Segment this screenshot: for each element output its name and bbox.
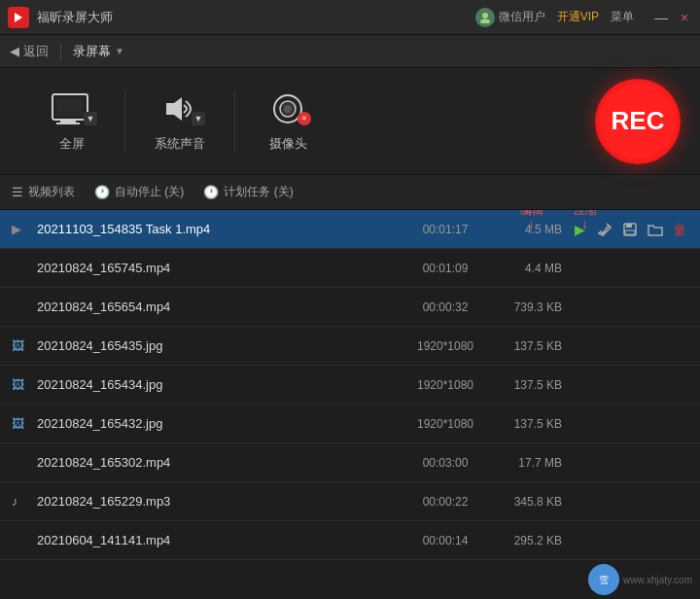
save-button[interactable] xyxy=(621,219,639,240)
watermark-text: www.xhjaty.com xyxy=(623,575,692,585)
table-row[interactable]: ♪ 20210824_165229.mp3 00:00:22 345.8 KB xyxy=(0,482,700,521)
svg-rect-6 xyxy=(56,123,80,124)
file-duration: 00:03:00 xyxy=(406,456,484,470)
audio-control[interactable]: ▼ 系统声音 xyxy=(125,90,235,153)
watermark-icon: 雪 xyxy=(588,564,619,595)
menu-button[interactable]: 菜单 xyxy=(611,9,634,25)
schedule-icon: 🕐 xyxy=(203,185,219,199)
audio-label: 系统声音 xyxy=(155,135,205,153)
rec-label: REC xyxy=(612,106,665,136)
vip-button[interactable]: 开通VIP xyxy=(557,9,599,25)
file-size: 345.8 KB xyxy=(484,495,562,509)
table-row[interactable]: 🖼 20210824_165435.jpg 1920*1080 137.5 KB xyxy=(0,327,700,366)
file-name: 20210824_165432.jpg xyxy=(37,416,406,431)
svg-marker-7 xyxy=(166,97,182,121)
screenrecord-button[interactable]: 录屏幕 ▼ xyxy=(73,43,124,60)
nav-divider xyxy=(60,43,61,60)
camera-icon-container: ✕ xyxy=(264,90,311,127)
file-name: 20210824_165229.mp3 xyxy=(37,494,406,509)
file-name: 20210604_141141.mp4 xyxy=(37,533,406,547)
file-size: 137.5 KB xyxy=(484,378,562,392)
title-bar-right: 微信用户 开通VIP 菜单 — × xyxy=(475,8,692,27)
file-name: 20210824_165654.mp4 xyxy=(37,300,406,314)
back-label: 返回 xyxy=(23,43,49,60)
svg-rect-12 xyxy=(626,224,632,228)
table-row[interactable]: 20210824_165302.mp4 00:03:00 17.7 MB xyxy=(0,443,700,482)
user-avatar xyxy=(475,8,495,27)
svg-marker-0 xyxy=(15,13,22,22)
minimize-button[interactable]: — xyxy=(653,10,669,25)
file-size: 17.7 MB xyxy=(484,456,562,470)
file-size: 4.5 MB xyxy=(484,223,562,236)
file-size: 739.3 KB xyxy=(484,300,562,314)
file-duration: 1920*1080 xyxy=(406,378,484,392)
nav-bar: ◀ 返回 录屏幕 ▼ xyxy=(0,35,700,68)
play-button[interactable]: ▶ xyxy=(572,219,589,240)
delete-button[interactable]: 🗑 xyxy=(671,219,688,240)
autostop-tab[interactable]: 🕐 自动停止 (关) xyxy=(94,184,184,200)
back-button[interactable]: ◀ 返回 xyxy=(10,43,49,60)
user-name: 微信用户 xyxy=(499,9,545,25)
file-name: 20210824_165745.mp4 xyxy=(37,261,406,275)
file-size: 295.2 KB xyxy=(484,534,562,547)
folder-button[interactable] xyxy=(647,219,664,240)
file-name: 20210824_165435.jpg xyxy=(37,338,406,353)
svg-rect-13 xyxy=(625,230,635,234)
window-controls: — × xyxy=(653,10,692,25)
table-row[interactable]: ▶ 20211103_154835 Task 1.mp4 00:01:17 4.… xyxy=(0,210,700,249)
edit-button[interactable] xyxy=(597,219,614,240)
svg-text:雪: 雪 xyxy=(599,575,609,585)
audio-dropdown-icon: ▼ xyxy=(192,112,205,125)
table-row[interactable]: 20210824_165654.mp4 00:00:32 739.3 KB xyxy=(0,288,700,327)
fullscreen-control[interactable]: ▼ 全屏 xyxy=(19,90,125,153)
watermark: 雪 www.xhjaty.com xyxy=(588,564,692,595)
file-size: 137.5 KB xyxy=(484,417,562,431)
svg-rect-5 xyxy=(60,120,76,123)
videolist-icon: ☰ xyxy=(12,185,23,199)
table-row[interactable]: 20210604_141141.mp4 00:00:14 295.2 KB xyxy=(0,521,700,560)
user-info[interactable]: 微信用户 xyxy=(475,8,545,27)
fullscreen-label: 全屏 xyxy=(59,135,85,153)
image-icon: 🖼 xyxy=(12,377,31,392)
camera-label: 摄像头 xyxy=(269,135,307,153)
file-duration: 00:00:32 xyxy=(406,300,484,314)
table-row[interactable]: 🖼 20210824_165432.jpg 1920*1080 137.5 KB xyxy=(0,405,700,443)
dropdown-arrow-icon: ▼ xyxy=(115,46,124,56)
image-icon: 🖼 xyxy=(12,416,31,431)
camera-control[interactable]: ✕ 摄像头 xyxy=(235,90,340,153)
file-duration: 1920*1080 xyxy=(406,417,484,431)
image-icon: 🖼 xyxy=(12,338,31,353)
table-row[interactable]: 🖼 20210824_165434.jpg 1920*1080 137.5 KB xyxy=(0,366,700,405)
file-list: ▶ 20211103_154835 Task 1.mp4 00:01:17 4.… xyxy=(0,210,700,560)
audio-icon: ♪ xyxy=(12,494,31,509)
file-name: 20211103_154835 Task 1.mp4 xyxy=(37,222,406,236)
file-size: 4.4 MB xyxy=(484,262,562,275)
file-name: 20210824_165434.jpg xyxy=(37,377,406,392)
toolbar: ☰ 视频列表 🕐 自动停止 (关) 🕐 计划任务 (关) xyxy=(0,175,700,210)
close-button[interactable]: × xyxy=(677,10,692,25)
schedule-label: 计划任务 (关) xyxy=(224,184,293,200)
file-size: 137.5 KB xyxy=(484,339,562,353)
audio-icon-container: ▼ xyxy=(157,90,203,127)
main-content: ▶ 20211103_154835 Task 1.mp4 00:01:17 4.… xyxy=(0,210,700,599)
videolist-label: 视频列表 xyxy=(28,184,75,200)
videolist-tab[interactable]: ☰ 视频列表 xyxy=(12,184,75,200)
file-duration: 00:00:14 xyxy=(406,534,484,547)
file-name: 20210824_165302.mp4 xyxy=(37,455,406,470)
app-title: 福昕录屏大师 xyxy=(37,9,475,26)
video-icon: ▶ xyxy=(12,222,31,236)
controls-area: ▼ 全屏 ▼ 系统声音 xyxy=(0,68,700,175)
rec-button[interactable]: REC xyxy=(595,79,681,164)
file-duration: 00:00:22 xyxy=(406,495,484,509)
app-logo xyxy=(8,7,29,28)
file-duration: 00:01:09 xyxy=(406,262,484,275)
title-bar: 福昕录屏大师 微信用户 开通VIP 菜单 — × xyxy=(0,0,700,35)
table-row[interactable]: 20210824_165745.mp4 00:01:09 4.4 MB xyxy=(0,249,700,288)
svg-point-2 xyxy=(480,18,490,23)
schedule-tab[interactable]: 🕐 计划任务 (关) xyxy=(203,184,293,200)
fullscreen-icon-container: ▼ xyxy=(49,90,95,127)
autostop-icon: 🕐 xyxy=(94,185,110,199)
file-duration: 00:01:17 xyxy=(406,223,484,236)
svg-point-1 xyxy=(482,13,488,18)
camera-off-icon: ✕ xyxy=(298,112,311,125)
